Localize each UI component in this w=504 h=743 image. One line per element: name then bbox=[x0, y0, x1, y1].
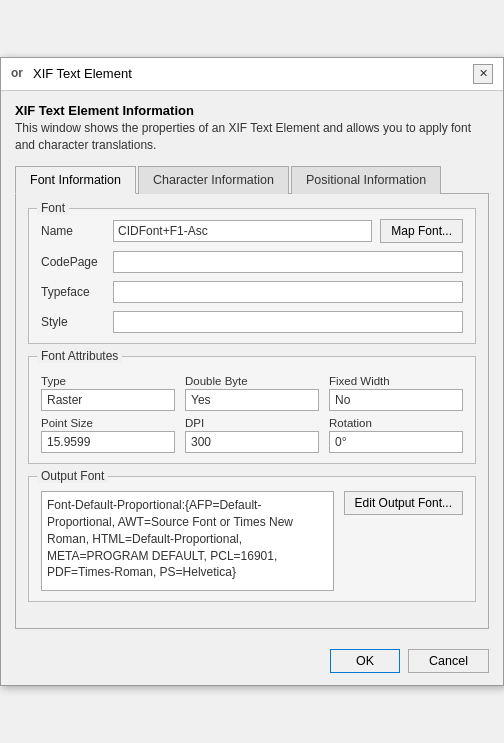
dialog-description: This window shows the properties of an X… bbox=[15, 120, 489, 154]
output-font-textarea[interactable]: Font-Default-Proportional:{AFP=Default-P… bbox=[41, 491, 334, 591]
point-size-label: Point Size bbox=[41, 417, 175, 429]
style-label: Style bbox=[41, 315, 113, 329]
type-cell: Type Raster bbox=[41, 375, 175, 411]
fixed-width-label: Fixed Width bbox=[329, 375, 463, 387]
window-icon: or bbox=[11, 66, 27, 82]
close-button[interactable]: ✕ bbox=[473, 64, 493, 84]
point-size-cell: Point Size 15.9599 bbox=[41, 417, 175, 453]
font-attributes-title: Font Attributes bbox=[37, 349, 122, 363]
tab-positional-information[interactable]: Positional Information bbox=[291, 166, 441, 194]
edit-output-font-button[interactable]: Edit Output Font... bbox=[344, 491, 463, 515]
rotation-value: 0° bbox=[329, 431, 463, 453]
dialog-title: XIF Text Element Information bbox=[15, 103, 489, 118]
type-value: Raster bbox=[41, 389, 175, 411]
style-input[interactable] bbox=[113, 311, 463, 333]
map-font-button[interactable]: Map Font... bbox=[380, 219, 463, 243]
typeface-label: Typeface bbox=[41, 285, 113, 299]
dpi-cell: DPI 300 bbox=[185, 417, 319, 453]
tab-content-font: Font Name Map Font... CodePage Typeface bbox=[15, 194, 489, 629]
name-input[interactable] bbox=[113, 220, 372, 242]
double-byte-label: Double Byte bbox=[185, 375, 319, 387]
codepage-input[interactable] bbox=[113, 251, 463, 273]
font-attributes-section: Font Attributes Type Raster Double Byte … bbox=[28, 356, 476, 464]
typeface-input[interactable] bbox=[113, 281, 463, 303]
fixed-width-cell: Fixed Width No bbox=[329, 375, 463, 411]
codepage-row: CodePage bbox=[41, 251, 463, 273]
output-font-inner: Font-Default-Proportional:{AFP=Default-P… bbox=[41, 491, 463, 591]
font-name-row: Name Map Font... bbox=[41, 219, 463, 243]
font-section-title: Font bbox=[37, 201, 69, 215]
ok-button[interactable]: OK bbox=[330, 649, 400, 673]
output-font-section: Output Font Font-Default-Proportional:{A… bbox=[28, 476, 476, 602]
dpi-value: 300 bbox=[185, 431, 319, 453]
typeface-row: Typeface bbox=[41, 281, 463, 303]
title-bar-text: XIF Text Element bbox=[33, 66, 132, 81]
title-bar-left: or XIF Text Element bbox=[11, 66, 132, 82]
name-label: Name bbox=[41, 224, 113, 238]
rotation-label: Rotation bbox=[329, 417, 463, 429]
window-body: XIF Text Element Information This window… bbox=[1, 91, 503, 642]
codepage-label: CodePage bbox=[41, 255, 113, 269]
rotation-cell: Rotation 0° bbox=[329, 417, 463, 453]
font-section: Font Name Map Font... CodePage Typeface bbox=[28, 208, 476, 344]
fixed-width-value: No bbox=[329, 389, 463, 411]
double-byte-cell: Double Byte Yes bbox=[185, 375, 319, 411]
dpi-label: DPI bbox=[185, 417, 319, 429]
title-bar: or XIF Text Element ✕ bbox=[1, 58, 503, 91]
tab-bar: Font Information Character Information P… bbox=[15, 165, 489, 194]
tab-font-information[interactable]: Font Information bbox=[15, 166, 136, 194]
double-byte-value: Yes bbox=[185, 389, 319, 411]
font-attributes-grid: Type Raster Double Byte Yes Fixed Width … bbox=[41, 375, 463, 453]
main-window: or XIF Text Element ✕ XIF Text Element I… bbox=[0, 57, 504, 687]
output-font-title: Output Font bbox=[37, 469, 108, 483]
type-label: Type bbox=[41, 375, 175, 387]
tab-character-information[interactable]: Character Information bbox=[138, 166, 289, 194]
point-size-value: 15.9599 bbox=[41, 431, 175, 453]
style-row: Style bbox=[41, 311, 463, 333]
cancel-button[interactable]: Cancel bbox=[408, 649, 489, 673]
window-footer: OK Cancel bbox=[1, 641, 503, 685]
